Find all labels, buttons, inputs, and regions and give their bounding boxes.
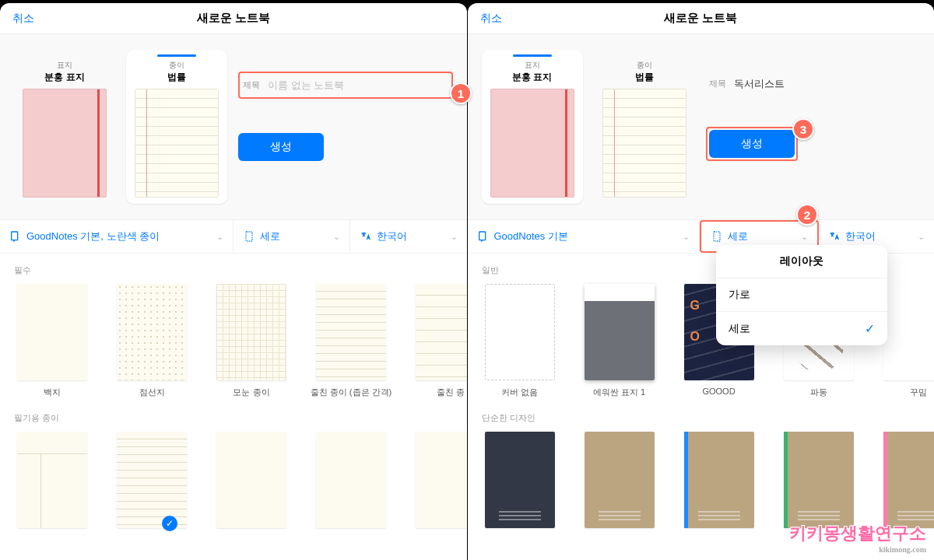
paper-preview [135, 89, 219, 198]
title-field-row[interactable]: 제목 [238, 72, 453, 99]
cover-preview [23, 89, 107, 198]
template-item[interactable]: 줄친 종이 (좁은 간격) [313, 284, 389, 398]
cover-item[interactable]: 에워싼 표지 1 [581, 284, 658, 398]
orientation-icon [711, 230, 723, 243]
chevron-down-icon: ⌄ [918, 232, 925, 242]
check-icon: ✓ [865, 321, 875, 336]
cover-item[interactable]: 꾸밈 [880, 284, 935, 398]
cancel-button[interactable]: 취소 [480, 12, 502, 26]
template-item[interactable] [14, 432, 90, 534]
popover-title: 레이아웃 [716, 245, 887, 278]
cover-preview [490, 89, 574, 198]
cover-tile[interactable]: 표지 분홍 표지 [482, 50, 583, 204]
svg-rect-3 [714, 232, 720, 241]
template-item[interactable] [213, 432, 290, 534]
language-tab[interactable]: 한국어⌄ [350, 220, 466, 253]
cover-item[interactable] [681, 432, 757, 534]
config-row-left: 표지 분홍 표지 종이 법률 제목 생성 [0, 34, 467, 219]
form-column: 제목 생성 [706, 50, 921, 204]
modal-title: 새로운 노트북 [468, 11, 935, 26]
template-tab[interactable]: GoodNotes 기본, 노란색 종이⌄ [0, 220, 234, 253]
template-item[interactable]: 모눈 종이 [213, 284, 290, 398]
cover-item[interactable] [880, 432, 935, 534]
title-label: 제목 [709, 78, 726, 89]
cover-item[interactable]: 커버 없음 [482, 284, 558, 398]
chevron-down-icon: ⌄ [333, 232, 340, 242]
popover-option-portrait[interactable]: 세로✓ [716, 312, 887, 345]
cover-item[interactable] [781, 432, 857, 534]
tabs-row-left: GoodNotes 기본, 노란색 종이⌄ 세로⌄ 한국어⌄ [0, 219, 467, 254]
template-grid-2: ✓ [0, 429, 467, 537]
modal-title: 새로운 노트북 [0, 11, 467, 26]
template-item[interactable]: 줄친 종 [413, 284, 467, 398]
language-icon [828, 230, 841, 243]
chevron-down-icon: ⌄ [683, 232, 690, 242]
check-icon: ✓ [162, 516, 177, 531]
cover-grid-2 [468, 429, 935, 537]
paper-preview [602, 89, 686, 198]
cover-item[interactable] [482, 432, 558, 534]
cover-item[interactable] [581, 432, 658, 534]
section-label: 단순한 디자인 [468, 401, 935, 429]
chevron-down-icon: ⌄ [801, 232, 808, 242]
template-icon [477, 230, 490, 243]
header-right: 취소 새로운 노트북 [468, 3, 935, 34]
header-left: 취소 새로운 노트북 [0, 3, 467, 34]
template-icon [9, 230, 22, 243]
pane-left: 취소 새로운 노트북 표지 분홍 표지 종이 법률 제목 생성 [0, 3, 467, 560]
title-input[interactable] [268, 79, 448, 91]
orientation-popover: 레이아웃 가로 세로✓ [716, 245, 887, 345]
template-grid-1: 백지 점선지 모눈 종이 줄친 종이 (좁은 간격) 줄친 종 [0, 281, 467, 401]
section-label: 필수 [0, 254, 467, 281]
config-row-right: 표지 분홍 표지 종이 법률 제목 생성 [468, 34, 935, 219]
chevron-down-icon: ⌄ [451, 232, 458, 242]
section-label: 필기용 종이 [0, 401, 467, 429]
title-input[interactable] [734, 78, 918, 89]
language-icon [360, 230, 372, 243]
watermark: 키키몽생활연구소 kikimong.com [789, 522, 926, 554]
svg-rect-0 [12, 232, 18, 240]
orientation-tab[interactable]: 세로⌄ [234, 220, 350, 253]
title-label: 제목 [243, 79, 260, 91]
template-item[interactable]: 백지 [14, 284, 90, 398]
chevron-down-icon: ⌄ [216, 232, 223, 242]
create-button[interactable]: 생성 [238, 133, 324, 161]
template-item[interactable]: 점선지 [114, 284, 190, 398]
svg-rect-1 [246, 232, 252, 241]
paper-tile[interactable]: 종이 법률 [126, 50, 227, 204]
svg-rect-2 [479, 232, 485, 240]
cover-tile[interactable]: 표지 분홍 표지 [14, 50, 115, 204]
template-item[interactable]: ✓ [114, 432, 190, 534]
template-item[interactable] [313, 432, 389, 534]
orientation-icon [243, 230, 255, 243]
cancel-button[interactable]: 취소 [12, 12, 34, 26]
form-column: 제목 생성 [238, 50, 453, 204]
template-tab[interactable]: GoodNotes 기본⌄ [468, 220, 700, 253]
popover-option-landscape[interactable]: 가로 [716, 278, 887, 312]
template-item[interactable] [413, 432, 467, 534]
paper-tile[interactable]: 종이 법률 [594, 50, 695, 204]
title-field-row[interactable]: 제목 [706, 72, 921, 96]
create-button[interactable]: 생성 [709, 130, 795, 158]
